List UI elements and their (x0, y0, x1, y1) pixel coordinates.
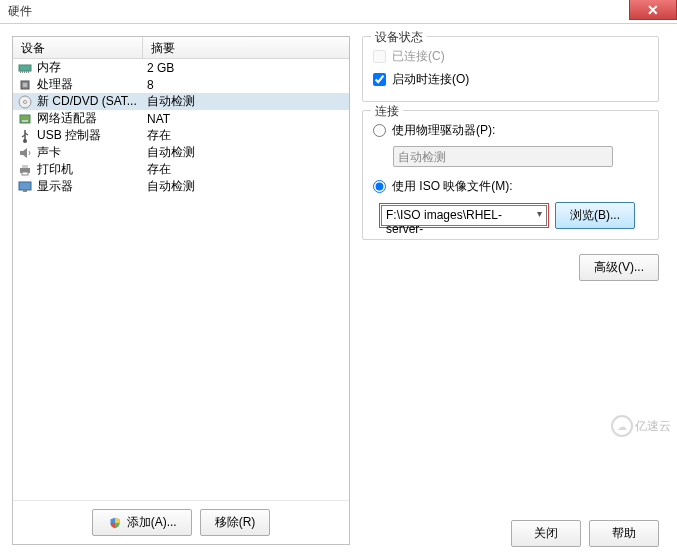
device-name: 网络适配器 (37, 110, 97, 127)
device-name: 显示器 (37, 178, 73, 195)
svg-rect-3 (24, 71, 25, 73)
device-row[interactable]: 显示器自动检测 (13, 178, 349, 195)
sound-icon (17, 145, 33, 161)
iso-path-combo[interactable]: F:\ISO images\RHEL-server- (381, 205, 547, 226)
device-row[interactable]: 声卡自动检测 (13, 144, 349, 161)
shield-icon (107, 515, 123, 531)
bottom-bar: 关闭 帮助 (511, 520, 659, 547)
advanced-button[interactable]: 高级(V)... (579, 254, 659, 281)
status-title: 设备状态 (371, 29, 427, 46)
physical-radio[interactable] (373, 124, 386, 137)
device-row[interactable]: 内存2 GB (13, 59, 349, 76)
connected-label: 已连接(C) (392, 48, 445, 65)
connect-poweron-checkbox[interactable] (373, 73, 386, 86)
svg-rect-17 (23, 190, 27, 192)
list-header: 设备 摘要 (13, 37, 349, 59)
device-row[interactable]: USB 控制器存在 (13, 127, 349, 144)
device-summary: 自动检测 (143, 93, 349, 110)
device-name: 打印机 (37, 161, 73, 178)
printer-icon (17, 162, 33, 178)
help-button[interactable]: 帮助 (589, 520, 659, 547)
device-row[interactable]: 网络适配器NAT (13, 110, 349, 127)
device-panel: 设备 摘要 内存2 GB处理器8新 CD/DVD (SAT...自动检测网络适配… (12, 36, 350, 545)
device-summary: 2 GB (143, 61, 349, 75)
connection-title: 连接 (371, 103, 403, 120)
cpu-icon (17, 77, 33, 93)
browse-button-label: 浏览(B)... (570, 207, 620, 224)
iso-combo-highlight: F:\ISO images\RHEL-server- (379, 203, 549, 228)
physical-label: 使用物理驱动器(P): (392, 122, 495, 139)
physical-radio-row[interactable]: 使用物理驱动器(P): (373, 119, 648, 142)
device-row[interactable]: 处理器8 (13, 76, 349, 93)
device-name: 内存 (37, 59, 61, 76)
svg-point-9 (24, 100, 27, 103)
connection-fieldset: 连接 使用物理驱动器(P): 自动检测 使用 ISO 映像文件(M): F:\I… (362, 110, 659, 240)
content-area: 设备 摘要 内存2 GB处理器8新 CD/DVD (SAT...自动检测网络适配… (0, 24, 677, 557)
iso-label: 使用 ISO 映像文件(M): (392, 178, 513, 195)
svg-rect-5 (28, 71, 29, 73)
physical-combo-row: 自动检测 (393, 146, 648, 167)
connect-poweron-label: 启动时连接(O) (392, 71, 469, 88)
device-summary: 自动检测 (143, 178, 349, 195)
header-device[interactable]: 设备 (13, 37, 143, 58)
iso-path-text: F:\ISO images\RHEL-server- (386, 208, 502, 236)
device-name: 新 CD/DVD (SAT... (37, 93, 137, 110)
close-button[interactable]: 关闭 (511, 520, 581, 547)
cd-icon (17, 94, 33, 110)
connected-checkbox (373, 50, 386, 63)
advanced-row: 高级(V)... (362, 254, 659, 281)
nic-icon (17, 111, 33, 127)
device-name: USB 控制器 (37, 127, 101, 144)
svg-rect-1 (20, 71, 21, 73)
settings-panel: 设备状态 已连接(C) 启动时连接(O) 连接 使用物理驱动器(P): 自动检测… (362, 36, 665, 545)
title-bar: 硬件 ✕ (0, 0, 677, 24)
physical-combo: 自动检测 (393, 146, 613, 167)
svg-rect-15 (22, 172, 28, 175)
device-name: 处理器 (37, 76, 73, 93)
device-summary: 8 (143, 78, 349, 92)
window-close-button[interactable]: ✕ (629, 0, 677, 20)
advanced-button-label: 高级(V)... (594, 259, 644, 276)
header-summary[interactable]: 摘要 (143, 37, 349, 58)
svg-rect-7 (23, 83, 27, 87)
memory-icon (17, 60, 33, 76)
add-button-label: 添加(A)... (127, 514, 177, 531)
iso-radio[interactable] (373, 180, 386, 193)
connected-checkbox-row: 已连接(C) (373, 45, 648, 68)
usb-icon (17, 128, 33, 144)
svg-rect-2 (22, 71, 23, 73)
svg-rect-14 (22, 165, 28, 168)
device-summary: NAT (143, 112, 349, 126)
svg-rect-4 (26, 71, 27, 73)
browse-button[interactable]: 浏览(B)... (555, 202, 635, 229)
device-name: 声卡 (37, 144, 61, 161)
help-button-label: 帮助 (612, 525, 636, 542)
add-button[interactable]: 添加(A)... (92, 509, 192, 536)
remove-button[interactable]: 移除(R) (200, 509, 271, 536)
iso-radio-row[interactable]: 使用 ISO 映像文件(M): (373, 175, 648, 198)
device-row[interactable]: 打印机存在 (13, 161, 349, 178)
svg-rect-16 (19, 182, 31, 190)
remove-button-label: 移除(R) (215, 514, 256, 531)
svg-rect-11 (22, 120, 28, 122)
device-row[interactable]: 新 CD/DVD (SAT...自动检测 (13, 93, 349, 110)
device-buttons-row: 添加(A)... 移除(R) (13, 500, 349, 544)
connect-poweron-row[interactable]: 启动时连接(O) (373, 68, 648, 91)
close-button-label: 关闭 (534, 525, 558, 542)
svg-rect-0 (19, 65, 31, 71)
svg-point-12 (23, 139, 27, 143)
status-fieldset: 设备状态 已连接(C) 启动时连接(O) (362, 36, 659, 102)
device-summary: 存在 (143, 161, 349, 178)
device-summary: 自动检测 (143, 144, 349, 161)
iso-row: F:\ISO images\RHEL-server- 浏览(B)... (379, 202, 648, 229)
display-icon (17, 179, 33, 195)
device-summary: 存在 (143, 127, 349, 144)
window-title: 硬件 (8, 3, 32, 20)
device-list[interactable]: 内存2 GB处理器8新 CD/DVD (SAT...自动检测网络适配器NATUS… (13, 59, 349, 500)
